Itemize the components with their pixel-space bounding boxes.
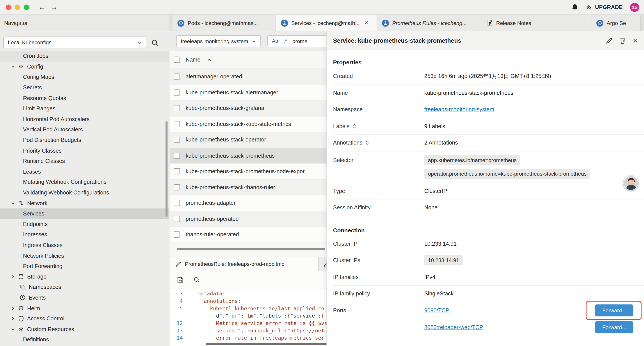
expand-collapse-chevrons-icon[interactable] <box>352 123 356 129</box>
line-number: 12 <box>170 320 188 327</box>
expand-collapse-chevrons-icon[interactable] <box>365 140 369 145</box>
yaml-editor[interactable]: 3metadata: 4 annotations: 5 kubectl.kube… <box>170 289 327 346</box>
sidebar-item-definitions[interactable]: Definitions <box>0 335 169 345</box>
kubeconfig-selector[interactable]: Local Kubeconfigs <box>3 36 146 48</box>
chevron-right-icon[interactable] <box>11 274 16 279</box>
back-button[interactable]: ← <box>36 1 48 13</box>
table-row-selected[interactable]: kube-prometheus-stack-prometheus <box>170 148 327 164</box>
sidebar-item-endpoints[interactable]: Endpoints <box>0 219 169 230</box>
sidebar-item-validating-webhook-configurations[interactable]: Validating Webhook Configurations <box>0 187 169 198</box>
row-checkbox[interactable] <box>174 137 180 143</box>
sidebar-item-config[interactable]: ⚙ Config <box>0 61 169 72</box>
zoom-window-button[interactable] <box>24 4 29 10</box>
close-window-button[interactable] <box>6 4 11 10</box>
row-checkbox[interactable] <box>174 232 180 238</box>
table-row[interactable]: prometheus-operated <box>170 211 327 227</box>
save-icon[interactable] <box>177 277 184 283</box>
sidebar-item-helm[interactable]: Helm <box>0 303 169 313</box>
table-row[interactable]: thanos-ruler-operated <box>170 227 327 243</box>
sidebar-item-leases[interactable]: Leases <box>0 166 169 177</box>
sidebar-item-ingresses[interactable]: Ingresses <box>0 230 169 240</box>
tab-pods[interactable]: Pods - icecheng@mathmas... <box>172 15 276 31</box>
list-search-input[interactable]: Aa .* prome <box>268 35 327 47</box>
sidebar-item-runtime-classes[interactable]: Runtime Classes <box>0 156 169 166</box>
row-checkbox[interactable] <box>174 184 180 190</box>
table-row[interactable]: alertmanager-operated <box>170 69 327 85</box>
user-avatar[interactable] <box>624 176 638 190</box>
sidebar-item-services[interactable]: Services <box>0 209 169 219</box>
namespace-filter-select[interactable]: freeleaps-monitoring-system <box>176 35 261 47</box>
tab-prometheus-rules[interactable]: Prometheus Rules - icecheng... <box>377 15 482 31</box>
sidebar-item-network-policies[interactable]: Network Policies <box>0 250 169 261</box>
row-checkbox[interactable] <box>174 121 180 127</box>
row-checkbox[interactable] <box>174 153 180 159</box>
select-all-checkbox[interactable] <box>174 57 180 63</box>
sidebar-item-mutating-webhook-configurations[interactable]: Mutating Webhook Configurations <box>0 177 169 187</box>
table-row[interactable]: kube-prometheus-stack-alertmanager <box>170 85 327 100</box>
chevron-down-icon[interactable] <box>11 64 16 69</box>
chevron-right-icon[interactable] <box>11 317 16 321</box>
sidebar-scrollbar[interactable] <box>166 121 168 217</box>
sidebar-item-pod-disruption-budgets[interactable]: Pod Disruption Budgets <box>0 135 169 145</box>
match-case-toggle[interactable]: Aa <box>272 38 278 44</box>
sidebar-item-namespaces[interactable]: Namespaces <box>0 282 169 292</box>
edit-pencil-icon[interactable] <box>606 37 612 44</box>
sidebar-item-resource-quotas[interactable]: Resource Quotas <box>0 93 169 103</box>
dock-tab-prometheusrule[interactable]: PrometheusRule: freeleaps-prod-rabbitmq <box>170 257 319 271</box>
tab-argo[interactable]: Argo Se <box>592 15 641 31</box>
table-row[interactable]: kube-prometheus-stack-prometheus-node-ex… <box>170 164 327 180</box>
delete-trash-icon[interactable] <box>620 37 626 44</box>
namespace-link[interactable]: freeleaps-monitoring-system <box>424 106 494 113</box>
forward-port-button[interactable]: Forward... <box>595 321 633 333</box>
notifications-bell-icon[interactable] <box>571 3 578 11</box>
list-horizontal-scrollbar[interactable] <box>177 248 325 250</box>
sidebar-item-port-forwarding[interactable]: Port Forwarding <box>0 261 169 271</box>
row-checkbox[interactable] <box>174 105 180 111</box>
sidebar-item-events[interactable]: Events <box>0 292 169 303</box>
table-row[interactable]: prometheus-adapter <box>170 195 327 211</box>
sidebar-item-priority-classes[interactable]: Priority Classes <box>0 145 169 156</box>
sidebar-item-custom-resources[interactable]: Custom Resources <box>0 324 169 335</box>
sidebar-item-vertical-pod-autoscalers[interactable]: Vertical Pod Autoscalers <box>0 124 169 135</box>
notification-count-badge[interactable]: 15 <box>630 3 639 11</box>
regex-toggle[interactable]: .* <box>284 38 287 44</box>
close-drawer-icon[interactable]: × <box>633 36 638 44</box>
sidebar-item-storage[interactable]: Storage <box>0 271 169 282</box>
tab-release-notes[interactable]: Release Notes <box>482 15 592 31</box>
table-row[interactable]: kube-prometheus-stack-operator <box>170 132 327 148</box>
port-link-8080[interactable]: 8080:reloader-web/TCP <box>424 324 483 330</box>
sidebar-item-config-maps[interactable]: Config Maps <box>0 72 169 82</box>
sort-ascending-icon[interactable] <box>207 58 212 61</box>
editor-horizontal-scrollbar[interactable] <box>206 343 327 345</box>
table-row[interactable]: kube-prometheus-stack-grafana <box>170 100 327 116</box>
chevron-down-icon[interactable] <box>11 327 16 332</box>
sidebar-item-ingress-classes[interactable]: Ingress Classes <box>0 240 169 251</box>
table-row[interactable]: kube-prometheus-stack-kube-state-metrics <box>170 116 327 132</box>
minimize-window-button[interactable] <box>15 4 20 10</box>
tab-services[interactable]: Services - icecheng@math... × <box>276 15 377 31</box>
sidebar-item-horizontal-pod-autoscalers[interactable]: Horizontal Pod Autoscalers <box>0 114 169 124</box>
row-checkbox[interactable] <box>174 216 180 222</box>
row-checkbox[interactable] <box>174 168 180 175</box>
sidebar-item-access-control[interactable]: Access Control <box>0 313 169 324</box>
document-icon <box>487 20 493 26</box>
forward-port-button[interactable]: Forward... <box>595 305 633 317</box>
chevron-right-icon[interactable] <box>11 306 16 311</box>
table-row[interactable]: kube-prometheus-stack-thanos-ruler <box>170 180 327 195</box>
dock-tab-next[interactable] <box>319 257 327 271</box>
chevron-down-icon[interactable] <box>11 201 16 205</box>
sidebar-item-network[interactable]: ⇅ Network <box>0 198 169 209</box>
row-checkbox[interactable] <box>174 74 180 80</box>
sidebar-item-secrets[interactable]: Secrets <box>0 82 169 93</box>
editor-search-icon[interactable] <box>194 277 200 283</box>
row-checkbox[interactable] <box>174 89 180 95</box>
close-tab-icon[interactable]: × <box>364 19 368 27</box>
upgrade-button[interactable]: UPGRADE <box>586 4 623 10</box>
sidebar-item-cron-jobs[interactable]: Cron Jobs <box>0 51 169 61</box>
forward-button[interactable]: → <box>48 1 60 13</box>
sidebar-item-limit-ranges[interactable]: Limit Ranges <box>0 103 169 114</box>
row-checkbox[interactable] <box>174 200 180 206</box>
name-column-header[interactable]: Name <box>186 57 200 63</box>
sidebar-search-icon[interactable] <box>151 39 159 46</box>
port-link-9090[interactable]: 9090/TCP <box>424 308 449 314</box>
